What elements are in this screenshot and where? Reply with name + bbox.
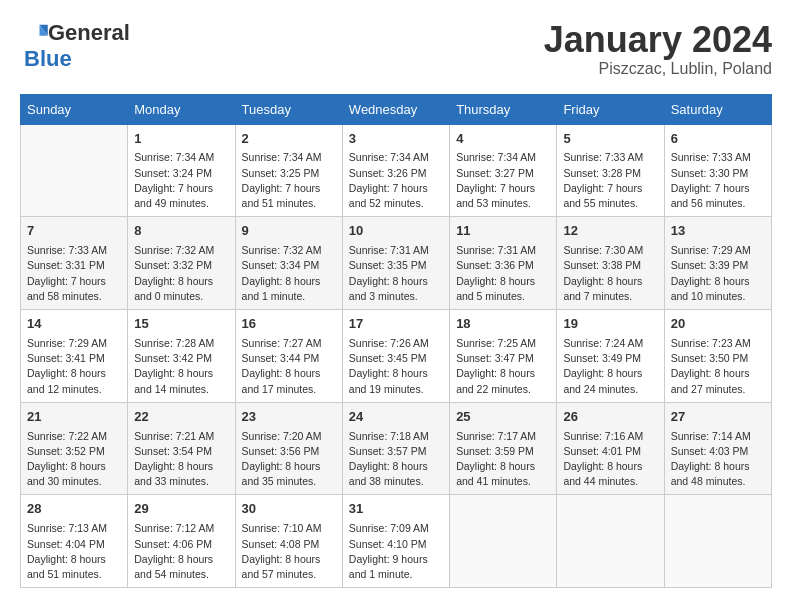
- calendar-cell: 15Sunrise: 7:28 AM Sunset: 3:42 PM Dayli…: [128, 310, 235, 403]
- day-info: Sunrise: 7:31 AM Sunset: 3:36 PM Dayligh…: [456, 243, 550, 304]
- day-info: Sunrise: 7:13 AM Sunset: 4:04 PM Dayligh…: [27, 521, 121, 582]
- day-number: 1: [134, 130, 228, 149]
- logo: General Blue: [20, 20, 130, 72]
- day-info: Sunrise: 7:32 AM Sunset: 3:34 PM Dayligh…: [242, 243, 336, 304]
- day-number: 20: [671, 315, 765, 334]
- day-info: Sunrise: 7:18 AM Sunset: 3:57 PM Dayligh…: [349, 429, 443, 490]
- calendar-cell: 2Sunrise: 7:34 AM Sunset: 3:25 PM Daylig…: [235, 124, 342, 217]
- day-info: Sunrise: 7:22 AM Sunset: 3:52 PM Dayligh…: [27, 429, 121, 490]
- calendar-cell: 24Sunrise: 7:18 AM Sunset: 3:57 PM Dayli…: [342, 402, 449, 495]
- day-number: 16: [242, 315, 336, 334]
- day-info: Sunrise: 7:14 AM Sunset: 4:03 PM Dayligh…: [671, 429, 765, 490]
- calendar-cell: 23Sunrise: 7:20 AM Sunset: 3:56 PM Dayli…: [235, 402, 342, 495]
- day-number: 26: [563, 408, 657, 427]
- day-info: Sunrise: 7:34 AM Sunset: 3:25 PM Dayligh…: [242, 150, 336, 211]
- location: Piszczac, Lublin, Poland: [544, 60, 772, 78]
- calendar-cell: 5Sunrise: 7:33 AM Sunset: 3:28 PM Daylig…: [557, 124, 664, 217]
- day-number: 27: [671, 408, 765, 427]
- day-info: Sunrise: 7:12 AM Sunset: 4:06 PM Dayligh…: [134, 521, 228, 582]
- weekday-header-thursday: Thursday: [450, 94, 557, 124]
- day-info: Sunrise: 7:34 AM Sunset: 3:26 PM Dayligh…: [349, 150, 443, 211]
- day-info: Sunrise: 7:31 AM Sunset: 3:35 PM Dayligh…: [349, 243, 443, 304]
- calendar-week-row: 1Sunrise: 7:34 AM Sunset: 3:24 PM Daylig…: [21, 124, 772, 217]
- calendar-cell: 26Sunrise: 7:16 AM Sunset: 4:01 PM Dayli…: [557, 402, 664, 495]
- day-number: 11: [456, 222, 550, 241]
- calendar-cell: 6Sunrise: 7:33 AM Sunset: 3:30 PM Daylig…: [664, 124, 771, 217]
- day-info: Sunrise: 7:29 AM Sunset: 3:39 PM Dayligh…: [671, 243, 765, 304]
- day-number: 19: [563, 315, 657, 334]
- day-info: Sunrise: 7:34 AM Sunset: 3:27 PM Dayligh…: [456, 150, 550, 211]
- day-number: 5: [563, 130, 657, 149]
- day-number: 10: [349, 222, 443, 241]
- calendar-cell: 11Sunrise: 7:31 AM Sunset: 3:36 PM Dayli…: [450, 217, 557, 310]
- logo-general: General: [48, 20, 130, 46]
- calendar-cell: 8Sunrise: 7:32 AM Sunset: 3:32 PM Daylig…: [128, 217, 235, 310]
- day-info: Sunrise: 7:16 AM Sunset: 4:01 PM Dayligh…: [563, 429, 657, 490]
- day-info: Sunrise: 7:09 AM Sunset: 4:10 PM Dayligh…: [349, 521, 443, 582]
- day-number: 29: [134, 500, 228, 519]
- month-title: January 2024: [544, 20, 772, 60]
- day-number: 17: [349, 315, 443, 334]
- day-number: 14: [27, 315, 121, 334]
- day-info: Sunrise: 7:33 AM Sunset: 3:30 PM Dayligh…: [671, 150, 765, 211]
- calendar-cell: 20Sunrise: 7:23 AM Sunset: 3:50 PM Dayli…: [664, 310, 771, 403]
- calendar-week-row: 21Sunrise: 7:22 AM Sunset: 3:52 PM Dayli…: [21, 402, 772, 495]
- day-number: 4: [456, 130, 550, 149]
- day-info: Sunrise: 7:25 AM Sunset: 3:47 PM Dayligh…: [456, 336, 550, 397]
- calendar-cell: 27Sunrise: 7:14 AM Sunset: 4:03 PM Dayli…: [664, 402, 771, 495]
- day-number: 25: [456, 408, 550, 427]
- calendar-cell: 21Sunrise: 7:22 AM Sunset: 3:52 PM Dayli…: [21, 402, 128, 495]
- day-info: Sunrise: 7:33 AM Sunset: 3:28 PM Dayligh…: [563, 150, 657, 211]
- calendar-cell: 28Sunrise: 7:13 AM Sunset: 4:04 PM Dayli…: [21, 495, 128, 588]
- calendar: SundayMondayTuesdayWednesdayThursdayFrid…: [20, 94, 772, 589]
- day-info: Sunrise: 7:20 AM Sunset: 3:56 PM Dayligh…: [242, 429, 336, 490]
- calendar-cell: 25Sunrise: 7:17 AM Sunset: 3:59 PM Dayli…: [450, 402, 557, 495]
- calendar-week-row: 14Sunrise: 7:29 AM Sunset: 3:41 PM Dayli…: [21, 310, 772, 403]
- day-number: 3: [349, 130, 443, 149]
- title-block: January 2024 Piszczac, Lublin, Poland: [544, 20, 772, 78]
- day-info: Sunrise: 7:26 AM Sunset: 3:45 PM Dayligh…: [349, 336, 443, 397]
- calendar-cell: [664, 495, 771, 588]
- day-number: 12: [563, 222, 657, 241]
- day-number: 15: [134, 315, 228, 334]
- day-number: 30: [242, 500, 336, 519]
- day-number: 28: [27, 500, 121, 519]
- day-info: Sunrise: 7:21 AM Sunset: 3:54 PM Dayligh…: [134, 429, 228, 490]
- calendar-cell: 14Sunrise: 7:29 AM Sunset: 3:41 PM Dayli…: [21, 310, 128, 403]
- day-number: 7: [27, 222, 121, 241]
- day-number: 13: [671, 222, 765, 241]
- day-info: Sunrise: 7:32 AM Sunset: 3:32 PM Dayligh…: [134, 243, 228, 304]
- day-info: Sunrise: 7:27 AM Sunset: 3:44 PM Dayligh…: [242, 336, 336, 397]
- day-number: 8: [134, 222, 228, 241]
- day-number: 24: [349, 408, 443, 427]
- day-info: Sunrise: 7:30 AM Sunset: 3:38 PM Dayligh…: [563, 243, 657, 304]
- day-number: 6: [671, 130, 765, 149]
- weekday-header-sunday: Sunday: [21, 94, 128, 124]
- calendar-cell: 7Sunrise: 7:33 AM Sunset: 3:31 PM Daylig…: [21, 217, 128, 310]
- day-info: Sunrise: 7:24 AM Sunset: 3:49 PM Dayligh…: [563, 336, 657, 397]
- day-info: Sunrise: 7:28 AM Sunset: 3:42 PM Dayligh…: [134, 336, 228, 397]
- weekday-header-monday: Monday: [128, 94, 235, 124]
- calendar-cell: 18Sunrise: 7:25 AM Sunset: 3:47 PM Dayli…: [450, 310, 557, 403]
- weekday-header-tuesday: Tuesday: [235, 94, 342, 124]
- day-number: 22: [134, 408, 228, 427]
- day-number: 18: [456, 315, 550, 334]
- day-number: 23: [242, 408, 336, 427]
- calendar-cell: 10Sunrise: 7:31 AM Sunset: 3:35 PM Dayli…: [342, 217, 449, 310]
- logo-icon: [20, 22, 48, 44]
- logo-blue: Blue: [20, 46, 72, 72]
- weekday-header-saturday: Saturday: [664, 94, 771, 124]
- page-header: General Blue January 2024 Piszczac, Lubl…: [20, 20, 772, 78]
- calendar-cell: 31Sunrise: 7:09 AM Sunset: 4:10 PM Dayli…: [342, 495, 449, 588]
- calendar-cell: 17Sunrise: 7:26 AM Sunset: 3:45 PM Dayli…: [342, 310, 449, 403]
- day-number: 2: [242, 130, 336, 149]
- calendar-cell: [557, 495, 664, 588]
- day-info: Sunrise: 7:29 AM Sunset: 3:41 PM Dayligh…: [27, 336, 121, 397]
- calendar-cell: 12Sunrise: 7:30 AM Sunset: 3:38 PM Dayli…: [557, 217, 664, 310]
- calendar-cell: 22Sunrise: 7:21 AM Sunset: 3:54 PM Dayli…: [128, 402, 235, 495]
- day-info: Sunrise: 7:17 AM Sunset: 3:59 PM Dayligh…: [456, 429, 550, 490]
- day-info: Sunrise: 7:10 AM Sunset: 4:08 PM Dayligh…: [242, 521, 336, 582]
- day-info: Sunrise: 7:34 AM Sunset: 3:24 PM Dayligh…: [134, 150, 228, 211]
- calendar-cell: 29Sunrise: 7:12 AM Sunset: 4:06 PM Dayli…: [128, 495, 235, 588]
- day-number: 21: [27, 408, 121, 427]
